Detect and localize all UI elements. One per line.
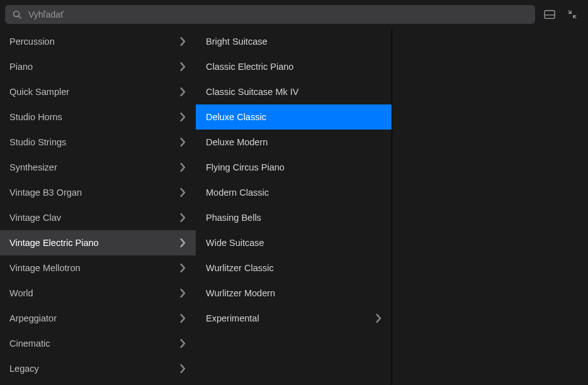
chevron-right-icon xyxy=(179,314,186,323)
chevron-right-icon xyxy=(179,238,186,247)
chevron-right-icon xyxy=(179,138,186,147)
list-item-label: Studio Strings xyxy=(9,137,66,147)
chevron-right-icon xyxy=(179,87,186,96)
list-item-label: Flying Circus Piano xyxy=(206,162,285,172)
category-column: PercussionPianoQuick SamplerStudio Horns… xyxy=(0,29,196,385)
list-item-label: Legacy xyxy=(9,364,39,374)
detail-column xyxy=(392,29,588,385)
list-item[interactable]: Flying Circus Piano xyxy=(196,155,392,180)
list-item[interactable]: Classic Electric Piano xyxy=(196,54,392,79)
list-item-label: Wurlitzer Modern xyxy=(206,288,275,298)
chevron-right-icon xyxy=(179,289,186,298)
chevron-right-icon xyxy=(179,213,186,222)
list-item-label: Percussion xyxy=(9,36,55,47)
list-item[interactable]: Vintage B3 Organ xyxy=(0,180,196,205)
list-item-label: Vintage Mellotron xyxy=(9,263,81,273)
chevron-right-icon xyxy=(179,188,186,197)
list-item-label: Bright Suitcase xyxy=(206,36,268,47)
list-item[interactable]: Vintage Mellotron xyxy=(0,255,196,281)
chevron-right-icon xyxy=(179,163,186,172)
chevron-right-icon xyxy=(179,113,186,121)
list-item[interactable]: Classic Suitcase Mk IV xyxy=(196,79,392,104)
list-item[interactable]: Studio Horns xyxy=(0,104,196,130)
list-item-label: Studio Horns xyxy=(9,112,62,122)
chevron-right-icon xyxy=(179,37,186,46)
list-item[interactable]: Deluxe Classic xyxy=(196,104,392,130)
list-item[interactable]: Modern Classic xyxy=(196,180,392,205)
list-item[interactable]: Percussion xyxy=(0,29,196,54)
list-item-label: Deluxe Modern xyxy=(206,137,268,147)
list-item-label: Vintage B3 Organ xyxy=(9,187,82,198)
search-input[interactable] xyxy=(22,9,528,20)
list-item[interactable]: Wurlitzer Modern xyxy=(196,281,392,306)
list-item-label: Synthesizer xyxy=(9,162,57,172)
chevron-right-icon xyxy=(179,364,186,373)
list-item[interactable]: Quick Sampler xyxy=(0,79,196,104)
list-item-label: Experimental xyxy=(206,313,259,323)
preset-column: Bright SuitcaseClassic Electric PianoCla… xyxy=(196,29,392,385)
list-item-label: Piano xyxy=(9,62,33,72)
list-item-label: Quick Sampler xyxy=(9,87,69,97)
list-item-label: Wide Suitcase xyxy=(206,238,264,248)
list-item[interactable]: Deluxe Modern xyxy=(196,130,392,155)
chevron-right-icon xyxy=(375,314,382,323)
list-item-label: Classic Electric Piano xyxy=(206,62,293,72)
view-mode-icon[interactable] xyxy=(544,9,555,20)
list-item-label: Modern Classic xyxy=(206,187,269,198)
list-item[interactable]: Synthesizer xyxy=(0,155,196,180)
list-item[interactable]: Bright Suitcase xyxy=(196,29,392,54)
list-item[interactable]: Vintage Electric Piano xyxy=(0,230,196,255)
list-item[interactable]: Vintage Clav xyxy=(0,205,196,230)
chevron-right-icon xyxy=(179,264,186,272)
search-bar xyxy=(0,0,588,29)
search-input-wrap[interactable] xyxy=(5,5,535,24)
list-item[interactable]: Experimental xyxy=(196,306,392,331)
chevron-right-icon xyxy=(179,339,186,348)
list-item-label: Vintage Clav xyxy=(9,213,61,223)
list-item[interactable]: Piano xyxy=(0,54,196,79)
svg-rect-0 xyxy=(545,11,555,19)
collapse-icon[interactable] xyxy=(567,9,578,20)
list-item-label: Wurlitzer Classic xyxy=(206,263,274,273)
list-item-label: Phasing Bells xyxy=(206,213,261,223)
list-item[interactable]: Phasing Bells xyxy=(196,205,392,230)
list-item-label: Cinematic xyxy=(9,338,50,349)
list-item-label: Vintage Electric Piano xyxy=(9,238,99,248)
list-item-label: Deluxe Classic xyxy=(206,112,266,122)
browser-columns: PercussionPianoQuick SamplerStudio Horns… xyxy=(0,29,588,385)
toolbar-icons xyxy=(544,9,582,20)
list-item-label: World xyxy=(9,288,33,298)
list-item[interactable]: Wurlitzer Classic xyxy=(196,255,392,281)
list-item[interactable]: World xyxy=(0,281,196,306)
list-item[interactable]: Studio Strings xyxy=(0,130,196,155)
list-item[interactable]: Wide Suitcase xyxy=(196,230,392,255)
list-item[interactable]: Legacy xyxy=(0,356,196,381)
list-item[interactable]: Arpeggiator xyxy=(0,306,196,331)
list-item[interactable]: Cinematic xyxy=(0,331,196,356)
list-item-label: Arpeggiator xyxy=(9,313,57,323)
chevron-right-icon xyxy=(179,62,186,71)
list-item-label: Classic Suitcase Mk IV xyxy=(206,87,298,97)
search-icon xyxy=(13,10,22,20)
